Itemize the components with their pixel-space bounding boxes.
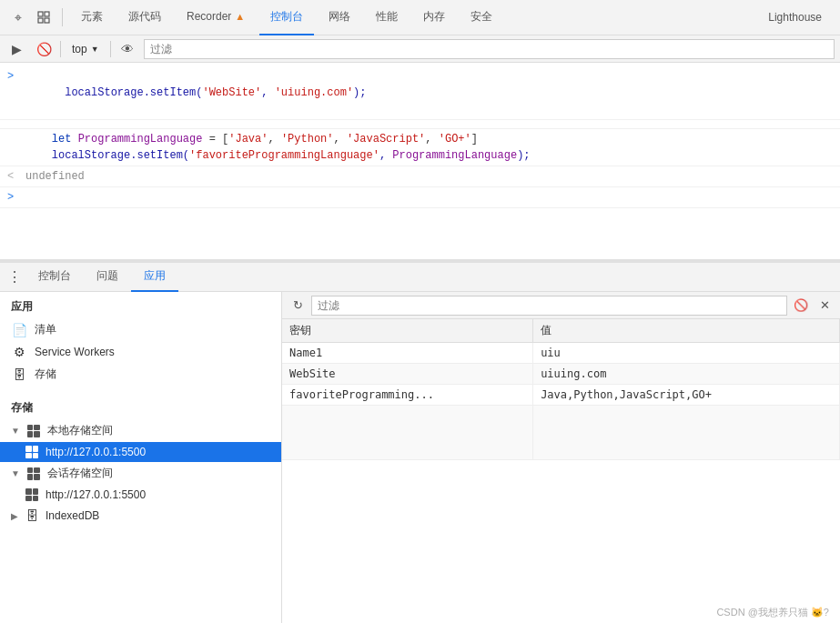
sidebar-local-storage-url[interactable]: http://127.0.0.1:5500 (0, 442, 281, 462)
tab-elements[interactable]: 元素 (70, 0, 114, 35)
sidebar-item-manifest[interactable]: 📄 清单 (0, 318, 281, 341)
tab-lighthouse[interactable]: Lighthouse (757, 11, 833, 24)
row-key: Name1 (282, 343, 533, 364)
refresh-btn[interactable]: ↻ (288, 296, 308, 316)
storage-table-scroll[interactable]: 密钥 值 Name1 uiu WebSite uiuing.com (282, 319, 840, 623)
app-sidebar: 应用 📄 清单 ⚙ Service Workers 🗄 存储 存储 ▼ (0, 292, 282, 623)
sidebar-item-storage[interactable]: 🗄 存储 (0, 363, 281, 386)
code-span: localStorage.setItem( (65, 86, 202, 99)
session-storage-url-label: http://127.0.0.1:5500 (46, 488, 146, 501)
expand-icon-indexeddb: ▶ (11, 511, 18, 521)
block-btn[interactable]: 🚫 (33, 38, 55, 60)
code-span: 'uiuing.com' (275, 86, 353, 99)
tab-network[interactable]: 网络 (318, 0, 361, 35)
bottom-tab-console[interactable]: 控制台 (25, 263, 84, 292)
inspect-icon[interactable] (33, 6, 55, 28)
row-value: Java,Python,JavaScript,GO+ (533, 385, 840, 406)
sidebar-session-storage-url[interactable]: http://127.0.0.1:5500 (0, 485, 281, 505)
console-text-2: let ProgrammingLanguage = ['Java', 'Pyth… (25, 133, 531, 162)
session-storage-label: 会话存储空间 (47, 466, 113, 481)
console-text-1: localStorage.setItem('WebSite', 'uiuing.… (25, 68, 833, 117)
tab-console[interactable]: 控制台 (259, 0, 314, 35)
recorder-indicator: ▲ (235, 11, 245, 22)
nav-divider-1 (62, 8, 63, 26)
tab-performance[interactable]: 性能 (365, 0, 409, 35)
app-section-title: 应用 (0, 292, 281, 318)
top-nav-bar: ⌖ 元素 源代码 Recorder ▲ 控制台 网络 性能 内存 安全 Ligh… (0, 0, 840, 35)
console-filter-input[interactable] (144, 39, 835, 59)
cursor-icon[interactable]: ⌖ (7, 6, 29, 28)
tab-memory[interactable]: 内存 (412, 0, 456, 35)
code-span: , (261, 86, 274, 99)
tab-recorder[interactable]: Recorder ▲ (176, 0, 256, 35)
storage-toolbar: ↻ 🚫 ✕ (282, 292, 840, 319)
sidebar-item-service-workers[interactable]: ⚙ Service Workers (0, 341, 281, 363)
indexeddb-icon: 🗄 (25, 508, 38, 523)
play-btn[interactable]: ▶ (5, 38, 27, 60)
tab-security[interactable]: 安全 (460, 0, 503, 35)
storage-label: 存储 (35, 367, 56, 382)
row-key: favoriteProgramming... (282, 385, 533, 406)
storage-filter-input[interactable] (311, 296, 787, 316)
service-workers-label: Service Workers (35, 346, 115, 358)
bottom-tab-app[interactable]: 应用 (131, 263, 178, 292)
storage-table: 密钥 值 Name1 uiu WebSite uiuing.com (282, 319, 840, 460)
indexeddb-label: IndexedDB (46, 509, 99, 522)
svg-rect-1 (45, 12, 49, 16)
attribution-text: CSDN @我想养只猫 🐱? (716, 606, 829, 619)
storage-icon: 🗄 (11, 367, 27, 382)
row-value: uiu (533, 343, 840, 364)
row-value: uiuing.com (533, 364, 840, 385)
tab-source[interactable]: 源代码 (117, 0, 172, 35)
context-label: top (72, 43, 87, 55)
console-prefix-3: < (7, 168, 18, 185)
more-tabs-btn[interactable]: ⋮ (4, 268, 25, 286)
grid-icon-session-url (25, 488, 38, 501)
console-prefix-4: > (7, 189, 18, 206)
close-btn[interactable]: ✕ (815, 296, 835, 316)
row-key: WebSite (282, 364, 533, 385)
service-workers-icon: ⚙ (11, 345, 27, 359)
local-storage-url-label: http://127.0.0.1:5500 (46, 446, 146, 458)
bottom-content: 应用 📄 清单 ⚙ Service Workers 🗄 存储 存储 ▼ (0, 292, 840, 623)
code-span: 'WebSite' (202, 86, 261, 99)
console-line-2: let ProgrammingLanguage = ['Java', 'Pyth… (0, 129, 840, 166)
console-line-blank (0, 120, 840, 129)
dropdown-arrow-icon: ▼ (91, 45, 99, 54)
table-row[interactable]: WebSite uiuing.com (282, 364, 840, 385)
grid-icon-local-url (25, 446, 38, 458)
expand-icon-local: ▼ (11, 426, 20, 436)
bottom-tab-bar: ⋮ 控制台 问题 应用 (0, 263, 840, 292)
console-prefix-1: > (7, 68, 18, 85)
grid-icon-session (27, 467, 40, 480)
svg-rect-3 (45, 18, 49, 23)
toolbar-divider-2 (110, 41, 111, 57)
storage-right-panel: ↻ 🚫 ✕ 密钥 值 Name1 uiu (282, 292, 840, 623)
console-output-area: > localStorage.setItem('WebSite', 'uiuin… (0, 63, 840, 263)
local-storage-label: 本地存储空间 (47, 423, 113, 438)
svg-rect-0 (38, 12, 43, 16)
table-row[interactable]: favoriteProgramming... Java,Python,JavaS… (282, 385, 840, 406)
toolbar-divider-1 (60, 41, 61, 57)
manifest-label: 清单 (35, 322, 56, 337)
context-dropdown[interactable]: top ▼ (66, 41, 105, 57)
table-row[interactable]: Name1 uiu (282, 343, 840, 364)
sidebar-session-storage[interactable]: ▼ 会话存储空间 (0, 462, 281, 485)
expand-icon-session: ▼ (11, 468, 20, 478)
console-line-3: < undefined (0, 166, 840, 187)
sidebar-local-storage[interactable]: ▼ 本地存储空间 (0, 419, 281, 442)
block-btn-right[interactable]: 🚫 (791, 296, 811, 316)
console-text-3: undefined (25, 168, 833, 185)
eye-btn[interactable]: 👁 (116, 38, 138, 60)
console-line-1: > localStorage.setItem('WebSite', 'uiuin… (0, 66, 840, 120)
col-value: 值 (533, 319, 840, 343)
manifest-icon: 📄 (11, 323, 27, 337)
sidebar-indexeddb[interactable]: ▶ 🗄 IndexedDB (0, 505, 281, 527)
table-row-empty (282, 406, 840, 460)
svg-rect-2 (38, 18, 43, 23)
code-span: ); (353, 86, 366, 99)
console-toolbar: ▶ 🚫 top ▼ 👁 (0, 35, 840, 63)
bottom-panel: ⋮ 控制台 问题 应用 应用 📄 清单 ⚙ Service Workers 🗄 … (0, 263, 840, 623)
bottom-tab-issues[interactable]: 问题 (84, 263, 131, 292)
storage-section-title: 存储 (0, 393, 281, 419)
